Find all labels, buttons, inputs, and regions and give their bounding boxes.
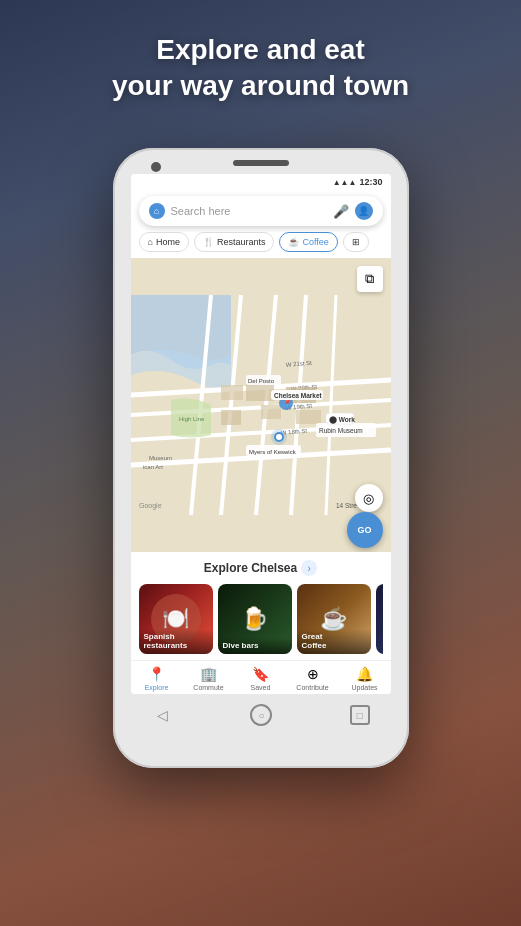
location-dot-icon: ⌂ bbox=[149, 203, 165, 219]
nav-contribute-label: Contribute bbox=[296, 684, 328, 691]
nav-updates[interactable]: 🔔 Updates bbox=[339, 666, 391, 691]
nav-saved[interactable]: 🔖 Saved bbox=[235, 666, 287, 691]
chip-home-label: Home bbox=[156, 237, 180, 247]
nav-commute-label: Commute bbox=[193, 684, 223, 691]
card-extra-bg bbox=[376, 584, 383, 654]
phone-screen: ▲▲▲ 12:30 ⌂ Search here 🎤 👤 ⌂ Home 🍴 Res… bbox=[131, 174, 391, 694]
svg-text:Myers of Keswick: Myers of Keswick bbox=[249, 449, 297, 455]
chip-coffee-label: Coffee bbox=[302, 237, 328, 247]
svg-text:ican Art: ican Art bbox=[143, 464, 163, 470]
card-coffee-label: Great Coffee bbox=[297, 629, 371, 654]
svg-rect-17 bbox=[261, 405, 281, 419]
recents-button[interactable]: □ bbox=[350, 705, 370, 725]
coffee-icon: ☕ bbox=[288, 237, 299, 247]
explore-nav-icon: 📍 bbox=[148, 666, 165, 682]
chip-restaurants-label: Restaurants bbox=[217, 237, 266, 247]
layers-button[interactable]: ⧉ bbox=[357, 266, 383, 292]
headline-line2: your way around town bbox=[0, 68, 521, 104]
svg-point-31 bbox=[276, 434, 282, 440]
restaurant-icon: 🍴 bbox=[203, 237, 214, 247]
explore-section: Explore Chelsea › 🍽️ Spanish restaurants bbox=[131, 552, 391, 660]
nav-commute[interactable]: 🏢 Commute bbox=[183, 666, 235, 691]
phone-hardware-nav: ◁ ○ □ bbox=[113, 694, 409, 740]
back-button[interactable]: ◁ bbox=[151, 704, 173, 726]
nav-contribute[interactable]: ⊕ Contribute bbox=[287, 666, 339, 691]
svg-text:Del Posto: Del Posto bbox=[248, 378, 275, 384]
phone-top-bar bbox=[113, 148, 409, 174]
svg-rect-15 bbox=[221, 385, 243, 400]
account-icon[interactable]: 👤 bbox=[355, 202, 373, 220]
search-placeholder: Search here bbox=[171, 205, 327, 217]
updates-nav-icon: 🔔 bbox=[356, 666, 373, 682]
explore-chevron[interactable]: › bbox=[301, 560, 317, 576]
chip-restaurants[interactable]: 🍴 Restaurants bbox=[194, 232, 275, 252]
phone-speaker bbox=[233, 160, 289, 166]
card-extra[interactable] bbox=[376, 584, 383, 654]
card-spanish-label: Spanish restaurants bbox=[139, 629, 213, 654]
svg-text:14 Stre: 14 Stre bbox=[336, 502, 357, 509]
saved-nav-icon: 🔖 bbox=[252, 666, 269, 682]
svg-text:📍: 📍 bbox=[283, 399, 292, 408]
card-spanish-restaurants[interactable]: 🍽️ Spanish restaurants bbox=[139, 584, 213, 654]
svg-rect-19 bbox=[221, 410, 241, 425]
map-svg: W 20th St W 19th St W 18th St W 21st St … bbox=[131, 258, 391, 552]
explore-header: Explore Chelsea › bbox=[139, 560, 383, 576]
search-input[interactable]: ⌂ Search here 🎤 👤 bbox=[139, 196, 383, 226]
go-button[interactable]: GO bbox=[347, 512, 383, 548]
chip-coffee[interactable]: ☕ Coffee bbox=[279, 232, 337, 252]
status-bar: ▲▲▲ 12:30 bbox=[131, 174, 391, 190]
phone-shell: ▲▲▲ 12:30 ⌂ Search here 🎤 👤 ⌂ Home 🍴 Res… bbox=[113, 148, 409, 768]
card-dive-bars[interactable]: 🍺 Dive bars bbox=[218, 584, 292, 654]
microphone-icon[interactable]: 🎤 bbox=[333, 204, 349, 219]
headline: Explore and eat your way around town bbox=[0, 32, 521, 105]
svg-text:Google: Google bbox=[139, 502, 162, 510]
explore-cards: 🍽️ Spanish restaurants 🍺 bbox=[139, 584, 383, 654]
nav-updates-label: Updates bbox=[351, 684, 377, 691]
chip-home[interactable]: ⌂ Home bbox=[139, 232, 189, 252]
filter-chips: ⌂ Home 🍴 Restaurants ☕ Coffee ⊞ bbox=[131, 232, 391, 258]
nav-explore-label: Explore bbox=[145, 684, 169, 691]
home-button[interactable]: ○ bbox=[250, 704, 272, 726]
nav-saved-label: Saved bbox=[251, 684, 271, 691]
headline-line1: Explore and eat bbox=[0, 32, 521, 68]
signal-icon: ▲▲▲ bbox=[333, 178, 357, 187]
card-dive-label: Dive bars bbox=[218, 638, 292, 654]
contribute-nav-icon: ⊕ bbox=[307, 666, 319, 682]
status-time: 12:30 bbox=[359, 177, 382, 187]
svg-text:Chelsea Market: Chelsea Market bbox=[274, 392, 323, 399]
chip-more[interactable]: ⊞ bbox=[343, 232, 369, 252]
phone-camera bbox=[151, 162, 161, 172]
svg-rect-16 bbox=[246, 383, 274, 401]
bottom-nav: 📍 Explore 🏢 Commute 🔖 Saved ⊕ Contribute… bbox=[131, 660, 391, 694]
home-icon: ⌂ bbox=[148, 237, 153, 247]
svg-text:High Line: High Line bbox=[179, 416, 205, 422]
my-location-button[interactable]: ◎ bbox=[355, 484, 383, 512]
grid-icon: ⊞ bbox=[352, 237, 360, 247]
svg-text:⬤ Work: ⬤ Work bbox=[329, 416, 355, 424]
map-area[interactable]: W 20th St W 19th St W 18th St W 21st St … bbox=[131, 258, 391, 552]
nav-explore[interactable]: 📍 Explore bbox=[131, 666, 183, 691]
explore-title: Explore Chelsea bbox=[204, 561, 297, 575]
svg-rect-20 bbox=[296, 410, 321, 424]
card-great-coffee[interactable]: ☕ Great Coffee bbox=[297, 584, 371, 654]
commute-nav-icon: 🏢 bbox=[200, 666, 217, 682]
svg-text:Museum: Museum bbox=[149, 455, 172, 461]
search-bar-container: ⌂ Search here 🎤 👤 bbox=[131, 190, 391, 232]
